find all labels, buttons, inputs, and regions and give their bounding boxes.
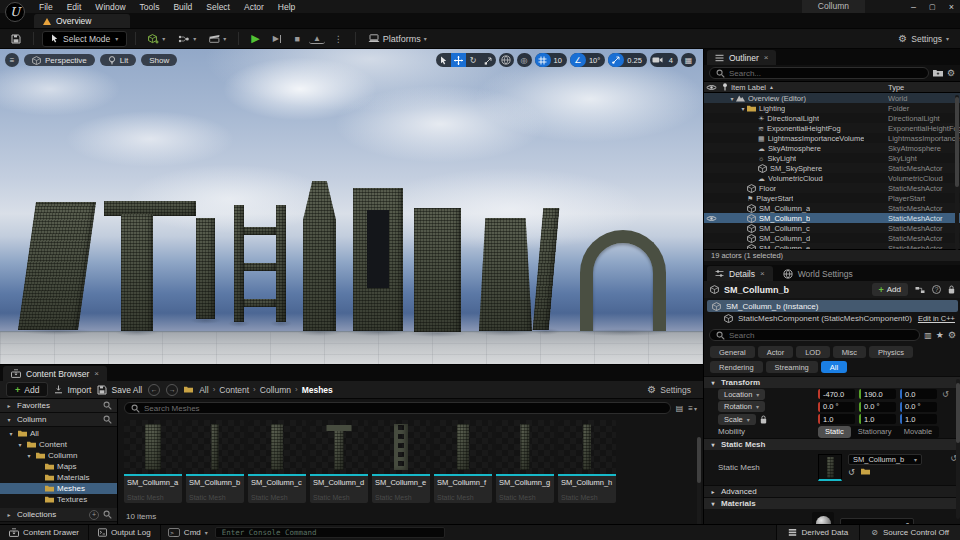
tab-details[interactable]: Details × <box>707 266 773 281</box>
asset-sm_collumn_c[interactable]: SM_Collumn_cStatic Mesh <box>248 420 306 503</box>
content-drawer-button[interactable]: Content Drawer <box>0 525 89 540</box>
derived-data-button[interactable]: Derived Data <box>776 525 860 540</box>
select-tool-button[interactable] <box>436 53 451 67</box>
asset-sm_collumn_d[interactable]: SM_Collumn_dStatic Mesh <box>310 420 368 503</box>
section-transform[interactable]: ▾Transform <box>704 376 960 388</box>
scale-z-field[interactable]: 1.0 <box>900 414 937 424</box>
scale-x-field[interactable]: 1.0 <box>818 414 855 424</box>
output-log-button[interactable]: Output Log <box>89 525 161 540</box>
pin-column-icon[interactable] <box>718 83 731 91</box>
toolbar-settings-dropdown[interactable]: ⚙ Settings ▾ <box>898 33 953 44</box>
outliner-row-playerstart[interactable]: ⚑PlayerStartPlayerStart <box>704 193 960 203</box>
asset-sm_collumn_b[interactable]: SM_Collumn_bStatic Mesh <box>186 420 244 503</box>
console-command-input[interactable] <box>215 527 445 538</box>
viewport-mesh-arch[interactable] <box>580 230 666 331</box>
rotate-tool-button[interactable]: ↻ <box>466 53 481 67</box>
location-z-field[interactable]: 0.0 <box>900 389 937 399</box>
add-component-button[interactable]: +Add <box>872 283 909 296</box>
surface-snap-button[interactable]: ◎ <box>517 53 532 67</box>
show-dropdown[interactable]: Show <box>141 54 177 66</box>
favorites-star-icon[interactable]: ★ <box>936 330 944 340</box>
menu-window[interactable]: Window <box>88 2 132 12</box>
eject-button[interactable]: ▲ <box>309 34 325 44</box>
search-icon[interactable] <box>103 510 112 520</box>
play-button[interactable]: ▶ <box>247 30 263 47</box>
asset-sm_collumn_a[interactable]: SM_Collumn_aStatic Mesh <box>124 420 182 503</box>
grid-snap-control[interactable]: 10 <box>535 53 567 67</box>
material-thumbnail[interactable] <box>812 512 834 524</box>
breadcrumb-meshes[interactable]: Meshes <box>302 385 333 395</box>
breadcrumb-collumn[interactable]: Collumn <box>260 385 291 395</box>
outliner-row-skylight[interactable]: ☼SkyLightSkyLight <box>704 153 960 163</box>
details-search-input[interactable] <box>709 329 920 341</box>
location-dropdown[interactable]: Location▾ <box>718 389 765 400</box>
instance-row[interactable]: SM_Collumn_b (Instance) <box>707 300 958 312</box>
filter-chip-physics[interactable]: Physics <box>869 346 913 358</box>
close-icon[interactable]: × <box>764 53 769 62</box>
menu-edit[interactable]: Edit <box>60 2 89 12</box>
level-viewport[interactable]: ≡ Perspective Lit Show ↻ ◎ 10 ∠ 10° <box>0 49 703 364</box>
add-actor-button[interactable]: ▾ <box>144 32 169 46</box>
outliner-row-sm-collumn-d[interactable]: SM_Collumn_dStaticMeshActor <box>704 233 960 243</box>
outliner-row-lightmassimportancevolume[interactable]: ▦LightmassImportanceVolumeLightmassImpor… <box>704 133 960 143</box>
camera-speed-control[interactable]: 4 <box>650 53 678 67</box>
tab-overview[interactable]: Overview <box>34 14 130 28</box>
rotation-dropdown[interactable]: Rotation▾ <box>718 401 765 412</box>
outliner-row-sm-collumn-b[interactable]: SM_Collumn_bStaticMeshActor <box>704 213 960 223</box>
details-scrollbar[interactable] <box>956 383 960 443</box>
filter-icon[interactable]: ≡▾ <box>688 404 697 413</box>
visibility-column-icon[interactable] <box>704 84 718 91</box>
outliner-scrollbar[interactable] <box>955 97 959 187</box>
back-button[interactable]: ← <box>148 384 160 396</box>
folder-all[interactable]: ▾All <box>0 428 117 439</box>
outliner-row-sm-collumn-a[interactable]: SM_Collumn_aStaticMeshActor <box>704 203 960 213</box>
filter-chip-all[interactable]: All <box>821 361 847 373</box>
scale-dropdown[interactable]: Scale▾ <box>718 414 756 425</box>
menu-actor[interactable]: Actor <box>237 2 271 12</box>
maximize-viewport-button[interactable]: ▦ <box>681 53 696 67</box>
collections-section[interactable]: ▸Collections + <box>0 508 117 522</box>
viewport-mesh-column[interactable] <box>244 227 276 235</box>
static-mesh-dropdown[interactable]: SM_Collumn_b▾ <box>848 454 922 465</box>
rotation-snap-control[interactable]: ∠ 10° <box>570 53 605 67</box>
perspective-dropdown[interactable]: Perspective <box>24 54 95 66</box>
save-all-button[interactable]: Save All <box>97 385 142 395</box>
menu-build[interactable]: Build <box>166 2 199 12</box>
add-collection-icon[interactable]: + <box>89 510 99 520</box>
viewport-mesh-column[interactable] <box>303 181 336 331</box>
folder-materials[interactable]: Materials <box>0 472 117 483</box>
location-y-field[interactable]: 190.0 <box>859 389 896 399</box>
import-button[interactable]: Import <box>54 385 91 395</box>
close-button[interactable]: × <box>949 2 954 12</box>
save-filter-icon[interactable]: ▤ <box>676 404 684 413</box>
mobility-static[interactable]: Static <box>818 426 851 438</box>
content-browser-settings[interactable]: ⚙Settings <box>647 384 697 395</box>
mobility-stationary[interactable]: Stationary <box>851 426 897 438</box>
tab-outliner[interactable]: Outliner × <box>707 50 776 65</box>
outliner-row-sm-skysphere[interactable]: SM_SkySphereStaticMeshActor <box>704 163 960 173</box>
filter-chip-general[interactable]: General <box>710 346 755 358</box>
breadcrumb-all[interactable]: All <box>199 385 208 395</box>
outliner-row-sm-collumn-c[interactable]: SM_Collumn_cStaticMeshActor <box>704 223 960 233</box>
type-column-header[interactable]: Type <box>888 83 960 92</box>
viewport-mesh-column[interactable] <box>479 218 532 331</box>
cinematics-button[interactable]: ▾ <box>205 32 230 45</box>
convert-blueprint-icon[interactable] <box>915 286 925 294</box>
add-asset-button[interactable]: +Add <box>6 382 48 397</box>
asset-sm_collumn_h[interactable]: SM_Collumn_hStatic Mesh <box>558 420 616 503</box>
filter-chip-rendering[interactable]: Rendering <box>710 361 763 373</box>
tab-world-settings[interactable]: World Settings <box>775 266 861 281</box>
save-button[interactable] <box>7 32 25 46</box>
outliner-row-floor[interactable]: FloorStaticMeshActor <box>704 183 960 193</box>
folder-meshes[interactable]: Meshes <box>0 483 117 494</box>
lock-icon[interactable] <box>948 285 955 294</box>
details-settings-icon[interactable]: ⚙ <box>948 330 956 340</box>
breadcrumb-content[interactable]: Content <box>219 385 249 395</box>
menu-select[interactable]: Select <box>199 2 237 12</box>
source-section[interactable]: ▾Collumn <box>0 413 117 427</box>
use-selected-icon[interactable]: ↺ <box>848 468 855 477</box>
asset-sm_collumn_g[interactable]: SM_Collumn_gStatic Mesh <box>496 420 554 503</box>
rotation-x-field[interactable]: 0.0 ° <box>818 402 855 412</box>
reset-icon[interactable]: ↺ <box>942 390 949 399</box>
search-icon[interactable] <box>103 415 112 424</box>
